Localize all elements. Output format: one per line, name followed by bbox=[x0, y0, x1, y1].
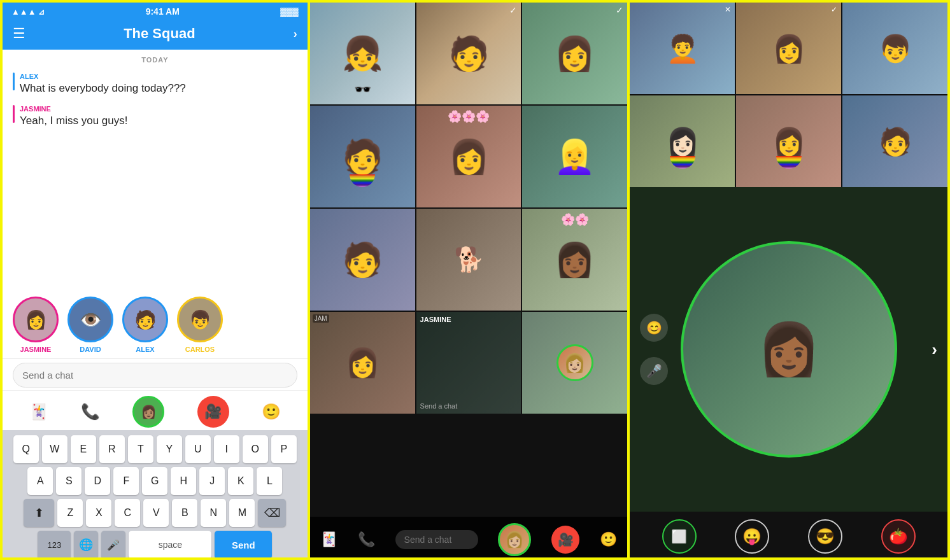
mic-toggle-icon[interactable]: 🎤 bbox=[640, 357, 668, 385]
video-emoji-btn[interactable]: 🙂 bbox=[600, 531, 617, 548]
delete-key[interactable]: ⌫ bbox=[258, 499, 286, 527]
keyboard-row-3: ⬆ Z X C V B N M ⌫ bbox=[5, 499, 305, 527]
call-panel: 🧑‍🦱 ✕ 👩 ✓ 👦 👩🏻 👩 bbox=[630, 3, 947, 560]
menu-icon[interactable]: ☰ bbox=[13, 25, 25, 42]
video-cell-7[interactable]: 🧑 bbox=[310, 209, 415, 311]
video-bottom-bar: 🃏 📞 👩🏼 🎥 🙂 bbox=[310, 517, 628, 560]
message-item: ALEX What is everybody doing today??? bbox=[13, 73, 297, 96]
send-chat-label: Send a chat bbox=[420, 402, 458, 410]
video-grid-panel: 👧 🕶️ 🧑 ✓ 👩 ✓ 🧑 👩 🌸🌸🌸 bbox=[310, 3, 630, 560]
call-cell-6[interactable]: 🧑 bbox=[842, 95, 947, 187]
phone-icon[interactable]: 📞 bbox=[81, 403, 100, 421]
key-k[interactable]: K bbox=[228, 467, 253, 495]
phone-btn[interactable]: 📞 bbox=[358, 531, 375, 548]
checkmark-icon: ✓ bbox=[616, 5, 623, 15]
video-cell-12[interactable]: 👩🏼 bbox=[522, 312, 627, 414]
key-n[interactable]: N bbox=[201, 499, 226, 527]
call-cell-2[interactable]: 👩 ✓ bbox=[736, 3, 841, 94]
member-jasmine[interactable]: 👩 JASMINE bbox=[13, 297, 59, 353]
emoji-icon[interactable]: 🙂 bbox=[262, 403, 281, 421]
video-cell-3[interactable]: 👩 ✓ bbox=[522, 3, 627, 104]
sticker-icon[interactable]: 🃏 bbox=[29, 403, 48, 421]
video-user-avatar[interactable]: 👩🏼 bbox=[498, 523, 531, 556]
tomato-effect-btn[interactable]: 🍅 bbox=[881, 519, 916, 554]
member-alex[interactable]: 🧑 ALEX bbox=[122, 297, 168, 353]
send-key[interactable]: Send bbox=[215, 531, 272, 559]
face-filter-icon[interactable]: 😊 bbox=[640, 314, 668, 342]
filter-emoji: 😊 bbox=[646, 320, 662, 335]
keyboard-row-1: Q W E R T Y U I O P bbox=[5, 435, 305, 463]
key-d[interactable]: D bbox=[85, 467, 110, 495]
key-e[interactable]: E bbox=[71, 435, 96, 463]
member-david[interactable]: 👁️ DAVID bbox=[67, 297, 113, 353]
key-f[interactable]: F bbox=[113, 467, 139, 495]
mic-keyboard-key[interactable]: 🎤 bbox=[101, 531, 125, 559]
key-o[interactable]: O bbox=[243, 435, 268, 463]
key-b[interactable]: B bbox=[172, 499, 197, 527]
emoji-keyboard-key[interactable]: 🌐 bbox=[74, 531, 98, 559]
key-s[interactable]: S bbox=[56, 467, 82, 495]
call-cell-5[interactable]: 👩 bbox=[736, 95, 841, 187]
video-cell-11[interactable]: JASMINE Send a chat bbox=[416, 312, 521, 414]
record-button[interactable]: 🎥 bbox=[197, 396, 229, 428]
keyboard-row-2: A S D F G H J K L bbox=[5, 467, 305, 495]
key-v[interactable]: V bbox=[143, 499, 169, 527]
key-g[interactable]: G bbox=[142, 467, 167, 495]
video-cell-4[interactable]: 🧑 bbox=[310, 106, 415, 207]
message-accent bbox=[13, 73, 15, 90]
video-cell-8[interactable]: 🐕 bbox=[416, 209, 521, 311]
key-j[interactable]: J bbox=[199, 467, 225, 495]
key-u[interactable]: U bbox=[185, 435, 211, 463]
tomato-btn-icon: 🍅 bbox=[889, 528, 908, 545]
video-cell-10[interactable]: 👩 JAM bbox=[310, 312, 415, 414]
video-cell-5[interactable]: 👩 🌸🌸🌸 bbox=[416, 106, 521, 207]
status-bar: ▲▲▲ ⊿ 9:41 AM ▓▓▓ bbox=[3, 3, 308, 19]
key-c[interactable]: C bbox=[115, 499, 140, 527]
message-sender-jasmine: JASMINE bbox=[20, 105, 127, 113]
call-cell-4[interactable]: 👩🏻 bbox=[630, 95, 735, 187]
key-z[interactable]: Z bbox=[57, 499, 83, 527]
video-cell-9[interactable]: 👩🏾 🌸🌸 bbox=[522, 209, 627, 311]
mic-emoji: 🎤 bbox=[646, 363, 662, 379]
key-p[interactable]: P bbox=[271, 435, 297, 463]
camera-mode-btn[interactable]: ⬜ bbox=[662, 519, 697, 554]
call-chevron-icon[interactable]: › bbox=[932, 340, 937, 360]
key-a[interactable]: A bbox=[27, 467, 53, 495]
key-t[interactable]: T bbox=[128, 435, 153, 463]
key-q[interactable]: Q bbox=[13, 435, 39, 463]
key-m[interactable]: M bbox=[229, 499, 255, 527]
space-key[interactable]: space bbox=[129, 531, 211, 559]
chat-title: The Squad bbox=[124, 25, 195, 42]
key-y[interactable]: Y bbox=[157, 435, 182, 463]
key-l[interactable]: L bbox=[257, 467, 282, 495]
call-cell-3[interactable]: 👦 bbox=[842, 3, 947, 94]
glasses-effect-btn[interactable]: 😎 bbox=[808, 519, 842, 554]
send-chat-bar bbox=[3, 358, 308, 390]
battery-icon: ▓▓▓ bbox=[280, 7, 298, 17]
key-x[interactable]: X bbox=[86, 499, 111, 527]
time-label: JAM bbox=[313, 314, 329, 323]
glasses-btn-icon: 😎 bbox=[816, 528, 835, 545]
video-icon: 🎥 bbox=[204, 403, 222, 420]
video-send-input[interactable] bbox=[395, 530, 478, 549]
send-chat-input[interactable] bbox=[13, 363, 297, 388]
shift-key[interactable]: ⬆ bbox=[24, 499, 54, 527]
key-h[interactable]: H bbox=[171, 467, 196, 495]
key-r[interactable]: R bbox=[99, 435, 125, 463]
video-cell-1[interactable]: 👧 🕶️ bbox=[310, 3, 415, 104]
video-cell-2[interactable]: 🧑 ✓ bbox=[416, 3, 521, 104]
video-cell-6[interactable]: 👱‍♀️ bbox=[522, 106, 627, 207]
member-name-alex: ALEX bbox=[136, 346, 154, 353]
member-carlos[interactable]: 👦 CARLOS bbox=[177, 297, 223, 353]
numbers-key[interactable]: 123 bbox=[38, 531, 71, 559]
header-chevron-icon[interactable]: › bbox=[294, 27, 297, 41]
message-text-jasmine: Yeah, I miss you guys! bbox=[20, 114, 127, 129]
video-record-btn[interactable]: 🎥 bbox=[551, 526, 579, 554]
face-effect-btn[interactable]: 😛 bbox=[735, 519, 769, 554]
message-accent bbox=[13, 105, 15, 123]
call-cell-1[interactable]: 🧑‍🦱 ✕ bbox=[630, 3, 735, 94]
active-user-avatar[interactable]: 👩🏽 bbox=[132, 396, 164, 428]
sticker-btn[interactable]: 🃏 bbox=[320, 531, 337, 548]
key-i[interactable]: I bbox=[214, 435, 239, 463]
key-w[interactable]: W bbox=[42, 435, 67, 463]
